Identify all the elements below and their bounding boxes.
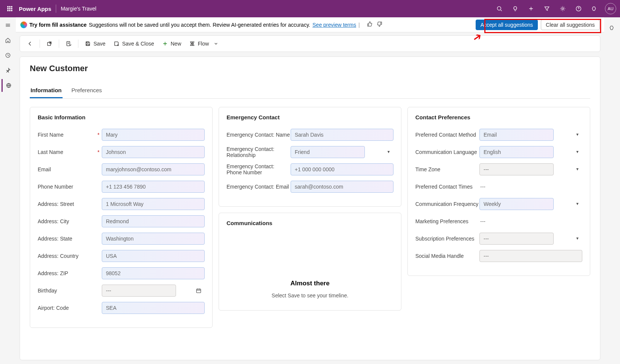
nav-pinned[interactable] — [2, 64, 14, 77]
copilot-panel-toggle[interactable] — [606, 22, 618, 34]
select-pref-subs[interactable] — [479, 233, 554, 245]
copilot-header-button[interactable] — [587, 1, 602, 16]
label-last-name: Last Name — [38, 149, 102, 155]
help-button[interactable] — [571, 1, 586, 16]
chevron-down-icon: ▾ — [576, 149, 579, 154]
search-button[interactable] — [492, 1, 507, 16]
chevron-down-icon: ▾ — [576, 236, 579, 241]
chevron-down-icon: ▾ — [576, 132, 579, 137]
section-title: Emergency Contact — [227, 114, 393, 120]
svg-point-6 — [8, 10, 8, 11]
input-ec-name[interactable] — [291, 129, 393, 141]
input-ec-phone[interactable] — [291, 163, 393, 175]
section-title: Basic Information — [38, 114, 205, 120]
communications-section: Communications Almost there Select Save … — [219, 213, 401, 311]
pin-icon — [5, 67, 11, 73]
new-button[interactable]: New — [159, 38, 184, 49]
environment-name[interactable]: Margie's Travel — [61, 6, 96, 12]
form-assist-icon — [66, 41, 72, 47]
flow-button[interactable]: Flow — [186, 38, 223, 49]
input-city[interactable] — [102, 215, 205, 227]
nav-recent[interactable] — [2, 49, 14, 62]
svg-point-2 — [11, 6, 12, 7]
svg-point-7 — [9, 10, 10, 11]
thumbs-up-button[interactable] — [365, 20, 374, 30]
filter-button[interactable] — [539, 1, 554, 16]
label-pref-lang: Communication Language — [415, 149, 479, 155]
svg-point-8 — [11, 10, 12, 11]
chevron-down-icon: ▾ — [576, 166, 579, 172]
app-launcher[interactable] — [4, 3, 16, 15]
globe-icon — [6, 82, 12, 88]
accept-all-button[interactable]: Accept all suggestions — [476, 20, 538, 30]
product-name: Power Apps — [19, 6, 51, 12]
input-country[interactable] — [102, 250, 205, 262]
select-pref-freq[interactable] — [479, 198, 554, 210]
separator: | — [358, 22, 360, 28]
select-pref-method[interactable] — [479, 129, 554, 141]
label-pref-social: Social Media Handle — [415, 253, 479, 259]
tab-information[interactable]: Information — [30, 83, 63, 98]
save-close-button[interactable]: Save & Close — [110, 38, 157, 49]
input-ec-email[interactable] — [291, 181, 393, 193]
copilot-icon — [609, 25, 615, 31]
form-content: New Customer Information Preferences Bas… — [20, 56, 600, 360]
add-button[interactable] — [524, 1, 539, 16]
timeline-empty-title: Almost there — [227, 280, 393, 287]
svg-point-10 — [562, 8, 564, 10]
svg-point-1 — [9, 6, 10, 7]
value-pref-marketing[interactable]: --- — [479, 218, 485, 224]
separator — [59, 40, 59, 48]
input-phone[interactable] — [102, 181, 205, 193]
save-button[interactable]: Save — [81, 38, 109, 49]
clear-all-button[interactable]: Clear all suggestions — [541, 20, 600, 30]
input-first-name[interactable] — [102, 129, 205, 141]
svg-point-5 — [11, 8, 12, 9]
label-first-name: First Name — [38, 132, 102, 138]
basic-info-section: Basic Information First Name Last Name E… — [30, 107, 213, 328]
label-state: Address: State — [38, 236, 102, 242]
select-ec-rel[interactable] — [291, 146, 365, 158]
label-zip: Address: ZIP — [38, 270, 102, 276]
label-email: Email — [38, 166, 102, 172]
gear-icon — [560, 6, 566, 12]
back-button[interactable] — [24, 38, 37, 49]
save-close-icon — [113, 41, 119, 47]
preview-terms-link[interactable]: See preview terms — [312, 22, 356, 28]
input-birthday[interactable] — [102, 285, 176, 297]
input-state[interactable] — [102, 233, 205, 245]
input-zip[interactable] — [102, 267, 205, 279]
nav-collapse-button[interactable] — [2, 19, 14, 32]
nav-home[interactable] — [2, 34, 14, 47]
flow-label: Flow — [198, 41, 209, 47]
popout-icon — [46, 41, 52, 47]
form-fill-assist-button[interactable] — [62, 38, 75, 49]
page-title: New Customer — [30, 64, 590, 73]
global-header: Power Apps Margie's Travel AU — [0, 0, 620, 17]
settings-button[interactable] — [555, 1, 570, 16]
divider — [56, 5, 56, 13]
chevron-down-icon: ▾ — [576, 201, 579, 206]
info-title: Try form fill assistance — [29, 22, 87, 28]
tab-preferences[interactable]: Preferences — [71, 83, 103, 98]
input-airport[interactable] — [102, 302, 205, 314]
birthday-calendar-button[interactable] — [195, 287, 202, 294]
label-ec-rel: Emergency Contact: Relationship — [227, 146, 291, 158]
form-tabs: Information Preferences — [30, 83, 590, 99]
nav-current-entity[interactable] — [2, 79, 14, 92]
select-pref-tz[interactable] — [479, 163, 554, 175]
command-bar: Save Save & Close New Flow — [20, 35, 600, 52]
open-new-window-button[interactable] — [43, 38, 56, 49]
input-pref-social[interactable] — [479, 250, 582, 262]
svg-rect-18 — [196, 289, 201, 293]
label-pref-marketing: Marketing Preferences — [415, 218, 479, 224]
input-street[interactable] — [102, 198, 205, 210]
ideas-button[interactable] — [508, 1, 523, 16]
select-pref-lang[interactable] — [479, 146, 554, 158]
label-airport: Airport: Code — [38, 305, 102, 311]
user-avatar[interactable]: AU — [605, 3, 616, 14]
input-last-name[interactable] — [102, 146, 205, 158]
thumbs-down-button[interactable] — [375, 20, 384, 30]
input-email[interactable] — [102, 163, 205, 175]
value-pref-times[interactable]: --- — [479, 184, 485, 190]
